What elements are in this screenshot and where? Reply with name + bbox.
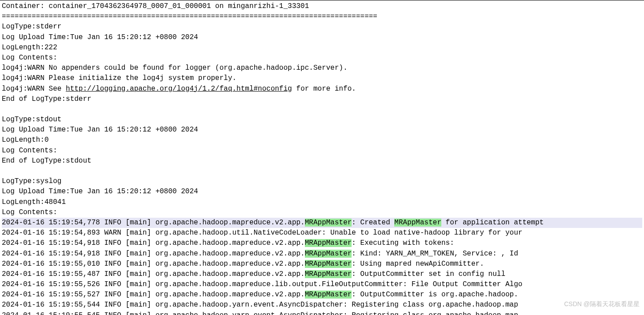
header-separator: ========================================… [2,12,642,22]
syslog-content: 2024-01-16 15:19:54,778 INFO [main] org.… [2,218,642,315]
syslog-line: 2024-01-16 15:19:55,010 INFO [main] org.… [2,259,642,269]
stdout-length: LogLength:0 [2,135,642,145]
stderr-length: LogLength:222 [2,43,642,53]
stdout-logtype: LogType:stdout [2,115,642,125]
stderr-end: End of LogType:stderr [2,94,642,104]
syslog-line: 2024-01-16 15:19:55,487 INFO [main] org.… [2,269,642,279]
syslog-contents-label: Log Contents: [2,207,642,218]
stderr-line: log4j:WARN See http://logging.apache.org… [2,84,642,94]
syslog-line: 2024-01-16 15:19:54,893 WARN [main] org.… [2,228,642,238]
syslog-line: 2024-01-16 15:19:54,778 INFO [main] org.… [2,218,642,228]
stderr-upload-time: Log Upload Time:Tue Jan 16 15:20:12 +080… [2,32,642,43]
stdout-upload-time: Log Upload Time:Tue Jan 16 15:20:12 +080… [2,125,642,135]
log-viewer[interactable]: Container: container_1704362364978_0007_… [0,0,644,315]
syslog-line: 2024-01-16 15:19:55,526 INFO [main] org.… [2,279,642,290]
syslog-line: 2024-01-16 15:19:55,527 INFO [main] org.… [2,290,642,300]
stderr-logtype: LogType:stderr [2,22,642,32]
stdout-contents-label: Log Contents: [2,146,642,156]
syslog-line: 2024-01-16 15:19:55,545 INFO [main] org.… [2,311,642,315]
search-highlight: MRAppMaster [305,270,352,278]
search-highlight: MRAppMaster [305,250,352,258]
search-highlight: MRAppMaster [394,219,441,227]
container-header: Container: container_1704362364978_0007_… [2,1,642,12]
syslog-line: 2024-01-16 15:19:55,544 INFO [main] org.… [2,300,642,310]
blank-line [2,104,642,115]
stderr-line: log4j:WARN Please initialize the log4j s… [2,73,642,84]
syslog-upload-time: Log Upload Time:Tue Jan 16 15:20:12 +080… [2,187,642,197]
syslog-logtype: LogType:syslog [2,176,642,187]
search-highlight: MRAppMaster [305,219,352,227]
stdout-end: End of LogType:stdout [2,156,642,166]
stderr-text: log4j:WARN See [2,85,66,93]
search-highlight: MRAppMaster [305,291,352,299]
stderr-line: log4j:WARN No appenders could be found f… [2,63,642,73]
stderr-text: for more info. [292,85,356,93]
syslog-line: 2024-01-16 15:19:54,918 INFO [main] org.… [2,249,642,259]
search-highlight: MRAppMaster [305,239,352,247]
stderr-contents-label: Log Contents: [2,53,642,63]
syslog-length: LogLength:48041 [2,197,642,207]
syslog-line: 2024-01-16 15:19:54,918 INFO [main] org.… [2,238,642,248]
blank-line [2,166,642,176]
search-highlight: MRAppMaster [305,260,352,268]
log4j-faq-link[interactable]: http://logging.apache.org/log4j/1.2/faq.… [66,85,292,93]
